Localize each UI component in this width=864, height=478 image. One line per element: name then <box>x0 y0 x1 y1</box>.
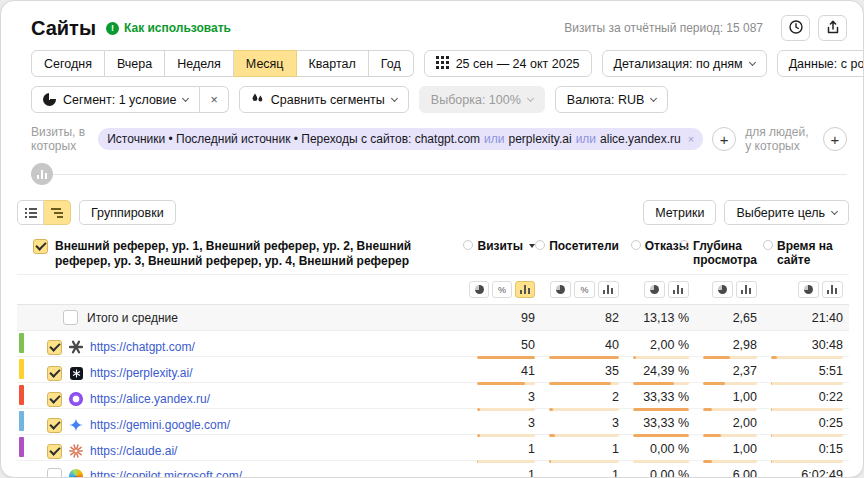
segment-dropdown[interactable]: Сегмент: 1 условие <box>31 86 200 113</box>
period-button-1[interactable]: Вчера <box>105 50 165 77</box>
how-to-use-link[interactable]: ! Как использовать <box>106 21 231 35</box>
cell-visitors: 40 <box>541 335 625 359</box>
row-color-marker <box>19 385 24 405</box>
chart-toggle-button[interactable] <box>31 163 53 185</box>
metric-toggle-depth-pie[interactable] <box>712 281 733 298</box>
metric-toggle-time-pie[interactable] <box>798 281 819 298</box>
row-checkbox[interactable] <box>47 468 62 478</box>
metric-toggle-time-bars[interactable] <box>822 281 843 298</box>
column-header-depth[interactable]: Глубина просмотра <box>695 239 763 269</box>
metrics-button[interactable]: Метрики <box>643 200 716 225</box>
metric-circle-icon <box>535 240 545 250</box>
site-link[interactable]: https://copilot.microsoft.com/ <box>90 469 242 478</box>
totals-value-bounce: 13,13 % <box>625 311 695 325</box>
metric-toggles-time <box>763 281 849 298</box>
period-button-5[interactable]: Год <box>369 50 414 77</box>
goal-dropdown[interactable]: Выберите цель <box>724 200 849 225</box>
metric-circle-icon <box>763 240 773 250</box>
metric-toggle-visitors-percent[interactable]: % <box>574 281 595 298</box>
sampling-dropdown[interactable]: Выборка: 100% <box>419 86 545 113</box>
row-checkbox[interactable] <box>47 340 62 355</box>
cell-value: 2,37 <box>733 364 757 378</box>
metric-toggle-visits-bars[interactable] <box>515 281 535 298</box>
cell-depth: 2,98 <box>695 335 763 359</box>
metrica-report-window: Сайты ! Как использовать Визиты за отчёт… <box>0 0 864 478</box>
flat-view-toggle[interactable] <box>17 200 44 225</box>
clock-icon <box>788 19 804 38</box>
metric-toggles-visits: % <box>469 281 541 298</box>
period-button-0[interactable]: Сегодня <box>31 50 105 77</box>
chatgpt-icon <box>69 340 83 354</box>
site-link[interactable]: https://alice.yandex.ru/ <box>90 392 210 406</box>
column-header-visitors[interactable]: Посетители <box>541 239 625 269</box>
period-button-2[interactable]: Неделя <box>165 50 234 77</box>
table-row[interactable]: https://gemini.google.com/3333,33 %2,000… <box>17 409 849 435</box>
totals-value-visitors: 82 <box>541 311 625 325</box>
date-range-button[interactable]: 25 сен — 24 окт 2025 <box>424 50 592 77</box>
bar-chart-icon <box>520 285 531 294</box>
metric-toggle-visits-pie[interactable] <box>469 281 489 298</box>
compare-segments-dropdown[interactable]: Сравнить сегменты <box>239 86 409 113</box>
site-link[interactable]: https://gemini.google.com/ <box>90 418 230 432</box>
column-header-time[interactable]: Время на сайте <box>763 239 849 269</box>
row-name-cell: https://alice.yandex.ru/ <box>17 387 469 411</box>
table-row[interactable]: https://copilot.microsoft.com/110,00 %6,… <box>17 461 849 478</box>
row-checkbox[interactable] <box>47 392 62 407</box>
period-button-3[interactable]: Месяц <box>234 50 297 77</box>
cell-visits: 41 <box>469 361 541 385</box>
currency-dropdown[interactable]: Валюта: RUB <box>555 86 669 113</box>
table-row[interactable]: https://alice.yandex.ru/3233,33 %1,000:2… <box>17 383 849 409</box>
row-checkbox[interactable] <box>47 444 62 459</box>
add-people-condition-button[interactable]: + <box>823 127 847 151</box>
cell-time: 0:25 <box>763 413 849 437</box>
detail-dropdown[interactable]: Детализация: по дням <box>602 50 767 77</box>
totals-checkbox[interactable] <box>63 310 78 325</box>
cell-value: 40 <box>605 338 619 352</box>
tree-view-toggle[interactable] <box>44 200 71 225</box>
row-name-cell: https://chatgpt.com/ <box>17 335 469 359</box>
metric-display-toggles-row: %% <box>17 275 849 305</box>
cell-value: 6:02:49 <box>801 468 843 478</box>
table-row[interactable]: https://chatgpt.com/50402,00 %2,9830:48 <box>17 331 849 357</box>
totals-value-depth: 2,65 <box>695 311 763 325</box>
export-button[interactable] <box>818 15 847 41</box>
metric-toggle-visitors-pie[interactable] <box>550 281 571 298</box>
metric-toggle-visitors-bars[interactable] <box>598 281 619 298</box>
row-checkbox[interactable] <box>47 366 62 381</box>
metric-toggle-bounce-pie[interactable] <box>644 281 665 298</box>
period-button-4[interactable]: Квартал <box>297 50 369 77</box>
table-row[interactable]: https://claude.ai/110,00 %1,000:15 <box>17 435 849 461</box>
history-button[interactable] <box>781 15 810 41</box>
cell-depth: 2,37 <box>695 361 763 385</box>
filter-chip[interactable]: Источники • Последний источник • Переход… <box>98 128 703 150</box>
chip-condition-text: alice.yandex.ru <box>600 132 681 146</box>
cell-bounce: 24,39 % <box>625 361 695 385</box>
cell-value: 0,00 % <box>650 468 689 478</box>
row-checkbox[interactable] <box>47 418 62 433</box>
add-visit-condition-button[interactable]: + <box>712 127 736 151</box>
site-link[interactable]: https://chatgpt.com/ <box>90 340 195 354</box>
metric-toggle-depth-bars[interactable] <box>736 281 757 298</box>
column-header-visits[interactable]: Визиты <box>469 239 541 269</box>
report-table: Внешний реферер, ур. 1, Внешний реферер,… <box>17 233 849 478</box>
segment-toolbar: Сегмент: 1 условие × Сравнить сегменты В… <box>31 86 847 113</box>
calendar-grid-icon <box>436 56 449 72</box>
filter-prefix-label: Визиты, в которых <box>31 125 89 153</box>
clear-segment-button[interactable]: × <box>200 86 228 113</box>
cell-value: 3 <box>612 416 619 430</box>
metric-toggle-bounce-bars[interactable] <box>668 281 689 298</box>
groupings-button[interactable]: Группировки <box>79 200 176 225</box>
data-mode-dropdown[interactable]: Данные: с роботами <box>777 50 864 77</box>
table-row[interactable]: https://perplexity.ai/413524,39 %2,375:5… <box>17 357 849 383</box>
cell-depth: 1,00 <box>695 439 763 463</box>
chip-or-separator: или <box>576 132 596 146</box>
pie-chart-icon <box>556 285 565 294</box>
cell-value: 24,39 % <box>643 364 689 378</box>
site-link[interactable]: https://claude.ai/ <box>90 444 177 458</box>
chip-close-icon[interactable]: × <box>688 133 694 145</box>
metric-toggle-visits-percent[interactable]: % <box>492 281 512 298</box>
period-selector: СегодняВчераНеделяМесяцКварталГод <box>31 50 414 77</box>
site-link[interactable]: https://perplexity.ai/ <box>90 366 193 380</box>
select-all-checkbox[interactable] <box>33 239 48 254</box>
pie-chart-icon <box>804 285 813 294</box>
